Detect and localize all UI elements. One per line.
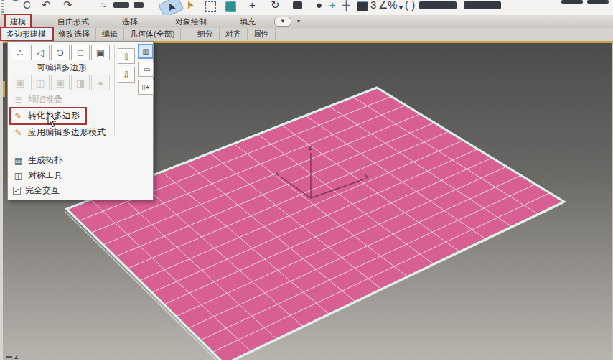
select-by-name-icon[interactable]: ➤ [179,0,201,14]
bar-fragment-2[interactable] [134,2,144,8]
right-fragment-2[interactable] [587,0,609,4]
angle-snap-icon[interactable]: ∠ [378,0,388,15]
apply-edit-poly-mode-icon: ✎ [13,128,24,138]
panel-button-修改选择[interactable]: 修改选择 [52,28,96,40]
convert-to-polygon-icon: ✎ [13,111,24,121]
menu-item-full-interactive[interactable]: ✓完全交互 [11,183,65,198]
bar-fragment-1[interactable] [113,2,129,8]
panel-separator [114,45,115,135]
redo-icon[interactable]: ↷ [63,0,72,15]
ribbon-minimize-control[interactable]: ▼ [274,17,291,27]
world-axis-z-label: z [14,352,19,360]
mirror-align-field[interactable] [464,1,501,9]
panel-button-细分[interactable]: 细分 [192,28,220,40]
modifier-up-button[interactable]: ⇧ [118,48,135,64]
world-axis-indicator: z [6,352,19,360]
show-end-result-toggle[interactable]: ▥ [138,44,154,59]
add-to-stack-button[interactable]: ▯+ [138,80,154,95]
polygon-modeling-panel: ∴◁Ɔ□▣ 可编辑多边形 ▣◫▣◨● ⇧⇩ ▥-▭▯+ ≣塌陷堆叠✎转化为多边形… [7,41,154,200]
ribbon-panel-row: 多边形建模修改选择编辑几何体(全部)细分对齐属性 [0,28,613,42]
modifier-down-button[interactable]: ⇩ [118,67,135,83]
scale-tool-icon[interactable] [293,1,302,9]
tripod-z-label: z [308,143,312,151]
edge-icon[interactable]: ◁ [31,45,50,60]
panel-button-属性[interactable]: 属性 [248,28,276,40]
generate-topology-icon: ▦ [13,156,24,166]
curve-fragment-icon[interactable]: ⌒ [10,0,21,15]
tab-选择[interactable]: 选择 [118,15,142,28]
ribbon-tab-row: 建模自由形式选择对象绘制填充 ▼ ▾ [0,15,613,29]
viewport-border-fragment [3,81,5,97]
percent-snap-icon[interactable]: % [388,0,397,15]
curve-fragment2-icon[interactable]: C [23,0,31,15]
ruler-fragment-icon[interactable]: ┼ [342,0,350,15]
application-window: ⌒C↶↷≈➤➤+↻●+┼3∠%▼( ) 建模自由形式选择对象绘制填充 ▼ ▾ 多… [0,0,613,364]
bottom-margin [0,360,613,364]
menu-item-symmetry-tool[interactable]: ◫对称工具 [11,168,68,183]
disabled-tool-icon-1: ▣ [11,75,29,90]
undo-icon[interactable]: ↶ [42,0,51,15]
snap-dropdown-icon[interactable]: ▼ [398,1,404,14]
element-icon[interactable]: ▣ [91,45,110,60]
collapse-stack-label: 塌陷堆叠 [28,93,62,106]
panel-button-对齐[interactable]: 对齐 [220,28,248,40]
editable-poly-label: 可编辑多边形 [11,62,113,73]
crossing-select-icon[interactable] [225,1,236,12]
tab-建模[interactable]: 建模 [6,15,30,28]
toolbar-grip [1,0,4,15]
generate-topology-label: 生成拓扑 [28,154,62,167]
symmetry-tool-label: 对称工具 [28,169,62,182]
tab-填充[interactable]: 填充 [235,15,260,28]
main-toolbar: ⌒C↶↷≈➤➤+↻●+┼3∠%▼( ) [0,0,613,16]
full-interactive-label: 完全交互 [25,185,60,197]
rect-select-region-icon[interactable] [205,1,216,12]
disabled-tool-icon-3: ▣ [51,75,70,90]
disabled-tool-icon-2: ◫ [31,75,50,90]
tab-自由形式[interactable]: 自由形式 [53,15,93,28]
snap-toggle-icon[interactable] [357,1,368,11]
panel-button-几何体(全部)[interactable]: 几何体(全部) [124,28,181,40]
disabled-tool-icon-5: ● [91,75,110,90]
menu-item-generate-topology[interactable]: ▦生成拓扑 [11,153,68,168]
border-icon[interactable]: Ɔ [51,45,70,60]
ribbon-options-arrow-icon[interactable]: ▾ [297,18,300,24]
pivot-fragment-icon[interactable]: ● [316,0,322,15]
tripod-y-label: y [365,171,369,179]
collapse-stack-icon: ≣ [13,95,24,105]
menu-item-apply-edit-poly-mode[interactable]: ✎应用编辑多边形模式 [11,125,111,140]
tripod-x-label: x [275,169,279,177]
full-interactive-checkbox[interactable]: ✓ [13,187,21,195]
snap-cross-icon[interactable]: + [329,0,336,15]
vertex-icon[interactable]: ∴ [11,45,29,60]
disabled-tool-icon-4: ◨ [71,75,90,90]
menu-item-collapse-stack: ≣塌陷堆叠 [11,92,68,107]
panel-button-多边形建模[interactable]: 多边形建模 [1,28,52,40]
snap-3-label[interactable]: 3 [370,0,376,15]
selection-set-field[interactable] [419,1,457,9]
move-tool-icon[interactable]: + [249,0,256,15]
polygon-icon[interactable]: □ [71,45,90,60]
pin-stack-button[interactable]: -▭ [138,62,154,77]
symmetry-tool-icon: ◫ [13,171,24,181]
rotate-tool-icon[interactable]: ↻ [271,0,280,15]
named-selection-icon[interactable]: ( ) [405,0,415,15]
tab-对象绘制[interactable]: 对象绘制 [171,15,211,28]
mouse-cursor [47,113,57,131]
right-fragment-1[interactable] [561,0,583,4]
panel-button-编辑[interactable]: 编辑 [96,28,124,40]
apply-edit-poly-mode-label: 应用编辑多边形模式 [28,126,106,139]
wave-icon[interactable]: ≈ [100,0,106,15]
